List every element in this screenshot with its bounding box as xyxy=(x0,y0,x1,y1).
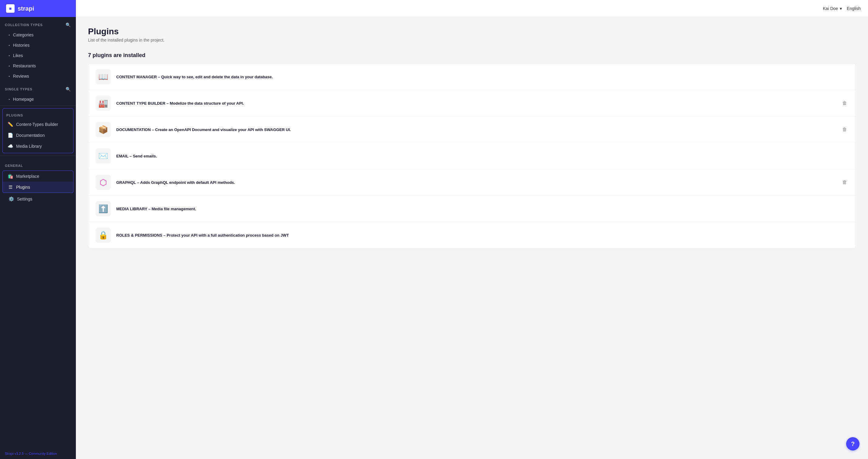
sidebar-item-marketplace[interactable]: 🛍️ Marketplace xyxy=(3,171,73,182)
topbar: Kai Doe ▾ English xyxy=(76,0,868,17)
plugin-info-graphql: GRAPHQL – Adds GraphQL endpoint with def… xyxy=(116,179,836,185)
plugins-icon: ☰ xyxy=(8,185,13,190)
pencil-icon: ✏️ xyxy=(8,122,13,127)
plugin-icon-documentation: 📦 xyxy=(96,122,111,137)
single-types-search-icon[interactable]: 🔍 xyxy=(66,87,71,92)
plugins-count: 7 plugins are installed xyxy=(88,52,856,59)
help-button[interactable]: ? xyxy=(846,437,860,451)
plugin-name-email: EMAIL – Send emails. xyxy=(116,154,157,158)
collection-types-search-icon[interactable]: 🔍 xyxy=(66,23,71,27)
general-section: GENERAL 🛍️ Marketplace ☰ Plugins ⚙️ Sett… xyxy=(0,157,76,206)
settings-icon: ⚙️ xyxy=(8,196,14,202)
plugin-info-media-library: MEDIA LIBRARY – Media file management. xyxy=(116,206,848,211)
delete-content-type-builder-button[interactable]: 🗑 xyxy=(841,99,848,107)
page-subtitle: List of the installed plugins in the pro… xyxy=(88,38,856,42)
sidebar-divider-1 xyxy=(0,105,76,106)
plugin-row-content-manager: 📖 CONTENT MANAGER – Quick way to see, ed… xyxy=(88,64,856,90)
plugins-section: PLUGINS ✏️ Content-Types Builder 📄 Docum… xyxy=(2,108,73,153)
sidebar-item-plugins[interactable]: ☰ Plugins xyxy=(3,182,73,193)
plugin-row-graphql: ⬡ GRAPHQL – Adds GraphQL endpoint with d… xyxy=(88,169,856,196)
sidebar-footer: Strapi v3.2.5 — Community Edition xyxy=(0,448,76,459)
plugin-icon-media-library: ⬆️ xyxy=(96,201,111,216)
main-area: Kai Doe ▾ English Plugins List of the in… xyxy=(76,0,868,459)
plugin-name-media-library: MEDIA LIBRARY – Media file management. xyxy=(116,206,196,211)
plugin-name-roles-permissions: ROLES & PERMISSIONS – Protect your API w… xyxy=(116,233,289,237)
sidebar-logo: ■ strapi xyxy=(0,0,76,17)
sidebar-item-media-library[interactable]: ☁️ Media Library xyxy=(3,141,73,152)
plugin-row-email: ✉️ EMAIL – Send emails. xyxy=(88,143,856,169)
delete-documentation-button[interactable]: 🗑 xyxy=(841,126,848,133)
plugin-list: 📖 CONTENT MANAGER – Quick way to see, ed… xyxy=(88,63,856,249)
language-selector[interactable]: English xyxy=(847,6,861,11)
plugin-name-documentation: DOCUMENTATION – Create an OpenAPI Docume… xyxy=(116,127,291,132)
sidebar-item-reviews[interactable]: ● Reviews xyxy=(0,71,76,81)
sidebar-item-histories[interactable]: ● Histories xyxy=(0,40,76,51)
doc-icon: 📄 xyxy=(8,133,13,138)
sidebar-item-categories[interactable]: ● Categories xyxy=(0,30,76,40)
strapi-logo-icon: ■ xyxy=(6,4,14,13)
cloud-icon: ☁️ xyxy=(8,143,13,149)
plugin-info-email: EMAIL – Send emails. xyxy=(116,153,848,159)
plugin-name-content-type-builder: CONTENT TYPE BUILDER – Modelize the data… xyxy=(116,101,244,105)
single-types-header: SINGLE TYPES 🔍 xyxy=(0,81,76,94)
plugin-row-media-library: ⬆️ MEDIA LIBRARY – Media file management… xyxy=(88,196,856,222)
delete-graphql-button[interactable]: 🗑 xyxy=(841,178,848,186)
marketplace-icon: 🛍️ xyxy=(8,173,13,179)
plugin-icon-content-manager: 📖 xyxy=(96,69,111,84)
plugins-section-header: PLUGINS xyxy=(3,110,73,119)
plugin-icon-graphql: ⬡ xyxy=(96,175,111,190)
sidebar-item-settings[interactable]: ⚙️ Settings xyxy=(0,194,76,204)
sidebar-item-content-types-builder[interactable]: ✏️ Content-Types Builder xyxy=(3,119,73,130)
sidebar: ■ strapi COLLECTION TYPES 🔍 ● Categories… xyxy=(0,0,76,459)
dropdown-chevron-icon: ▾ xyxy=(840,6,842,11)
plugin-info-documentation: DOCUMENTATION – Create an OpenAPI Docume… xyxy=(116,127,836,132)
plugin-info-content-type-builder: CONTENT TYPE BUILDER – Modelize the data… xyxy=(116,100,836,106)
plugin-row-roles-permissions: 🔒 ROLES & PERMISSIONS – Protect your API… xyxy=(88,222,856,248)
plugin-info-roles-permissions: ROLES & PERMISSIONS – Protect your API w… xyxy=(116,232,848,238)
plugin-row-documentation: 📦 DOCUMENTATION – Create an OpenAPI Docu… xyxy=(88,117,856,143)
plugin-icon-roles-permissions: 🔒 xyxy=(96,228,111,243)
plugin-name-content-manager: CONTENT MANAGER – Quick way to see, edit… xyxy=(116,75,273,79)
plugin-icon-content-type-builder: 🏭 xyxy=(96,96,111,111)
sidebar-item-homepage[interactable]: ● Homepage xyxy=(0,94,76,104)
general-active-group: 🛍️ Marketplace ☰ Plugins xyxy=(2,170,73,193)
plugin-name-graphql: GRAPHQL – Adds GraphQL endpoint with def… xyxy=(116,180,235,185)
plugin-icon-email: ✉️ xyxy=(96,149,111,164)
page-content: Plugins List of the installed plugins in… xyxy=(76,17,868,459)
sidebar-divider-2 xyxy=(0,156,76,156)
sidebar-item-documentation[interactable]: 📄 Documentation xyxy=(3,130,73,141)
page-title: Plugins xyxy=(88,27,856,36)
sidebar-logo-text: strapi xyxy=(18,5,34,12)
plugin-info-content-manager: CONTENT MANAGER – Quick way to see, edit… xyxy=(116,74,848,79)
sidebar-item-likes[interactable]: ● Likes xyxy=(0,51,76,61)
plugin-row-content-type-builder: 🏭 CONTENT TYPE BUILDER – Modelize the da… xyxy=(88,90,856,117)
user-menu[interactable]: Kai Doe ▾ xyxy=(823,6,842,11)
general-header: GENERAL xyxy=(0,158,76,170)
sidebar-item-restaurants[interactable]: ● Restaurants xyxy=(0,61,76,71)
collection-types-header: COLLECTION TYPES 🔍 xyxy=(0,17,76,30)
